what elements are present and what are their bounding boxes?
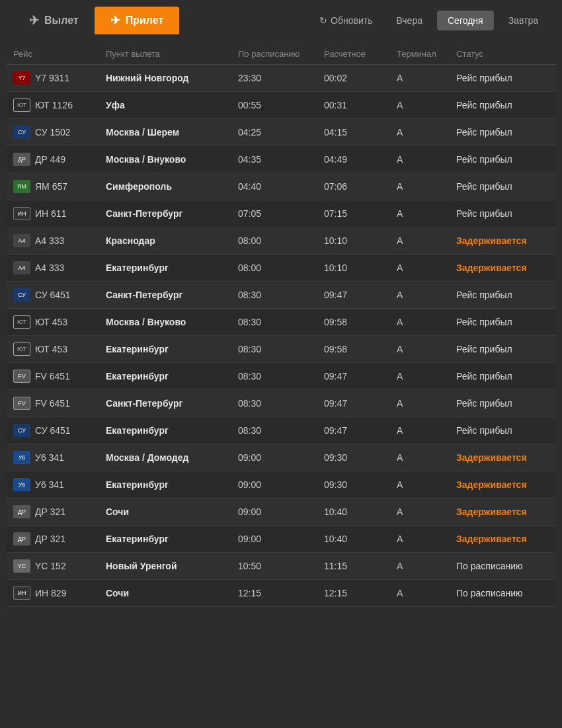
flight-code: ИН 829 [35,588,66,598]
table-row[interactable]: СУ СУ 6451 Санкт-Петербург 08:30 09:47 A… [7,282,555,309]
status-badge: Задерживается [456,479,549,490]
table-row[interactable]: FV FV 6451 Екатеринбург 08:30 09:47 A Ре… [7,363,555,390]
terminal: A [397,534,456,544]
status-badge: По расписанию [456,588,549,598]
flight-number: ДР ДР 321 [13,532,106,546]
table-header: Рейс Пункт вылета По расписанию Расчетно… [7,44,555,65]
estimated-time: 09:47 [324,371,397,382]
scheduled-time: 08:30 [238,317,324,327]
scheduled-time: 07:05 [238,208,324,219]
status-badge: Рейс прибыл [456,154,549,165]
terminal: A [397,154,456,165]
flight-origin: Сочи [106,506,238,517]
status-badge: Задерживается [456,452,549,463]
estimated-time: 07:15 [324,208,397,219]
table-row[interactable]: У6 У6 341 Екатеринбург 09:00 09:30 A Зад… [7,471,555,499]
flight-code: FV 6451 [35,371,70,382]
flight-origin: Уфа [106,100,238,110]
estimated-time: 09:30 [324,479,397,490]
flight-number: У6 У6 341 [13,451,106,464]
airline-icon: ИН [13,586,30,600]
terminal: A [397,317,456,327]
estimated-time: 09:58 [324,344,397,354]
scheduled-time: 12:15 [238,588,324,598]
col-scheduled: По расписанию [238,49,324,59]
scheduled-time: 08:00 [238,235,324,246]
scheduled-time: 04:25 [238,127,324,138]
status-badge: Задерживается [456,263,549,273]
status-badge: Рейс прибыл [456,371,549,382]
flight-origin: Сочи [106,588,238,598]
scheduled-time: 04:40 [238,181,324,192]
flight-code: Y7 9311 [35,73,69,83]
terminal: A [397,479,456,490]
table-row[interactable]: А4 А4 333 Краснодар 08:00 10:10 A Задерж… [7,227,555,255]
flight-number: СУ СУ 1502 [13,126,106,139]
table-row[interactable]: ДР ДР 321 Екатеринбург 09:00 10:40 A Зад… [7,526,555,553]
estimated-time: 09:58 [324,317,397,327]
nav-controls: ↻ Обновить Вчера Сегодня Завтра [310,11,549,30]
flight-origin: Екатеринбург [106,425,238,436]
terminal: A [397,398,456,409]
flight-origin: Екатеринбург [106,263,238,273]
airline-icon: FV [13,370,30,383]
terminal: A [397,208,456,219]
flight-number: FV FV 6451 [13,370,106,383]
table-row[interactable]: ЮТ ЮТ 1126 Уфа 00:55 00:31 A Рейс прибыл [7,92,555,119]
scheduled-time: 08:30 [238,398,324,409]
flight-number: У6 У6 341 [13,478,106,491]
scheduled-time: 09:00 [238,506,324,517]
flight-origin: Екатеринбург [106,344,238,354]
estimated-time: 09:47 [324,398,397,409]
tomorrow-button[interactable]: Завтра [498,11,549,30]
terminal: A [397,263,456,273]
terminal: A [397,290,456,300]
flight-origin: Москва / Шерем [106,127,238,138]
tomorrow-label: Завтра [508,15,538,26]
tab-arrival[interactable]: ✈ Прилет [95,7,180,34]
estimated-time: 12:15 [324,588,397,598]
airline-icon: ДР [13,532,30,546]
table-row[interactable]: ДР ДР 321 Сочи 09:00 10:40 A Задерживает… [7,499,555,526]
table-row[interactable]: ЮТ ЮТ 453 Екатеринбург 08:30 09:58 A Рей… [7,336,555,363]
flight-code: ДР 449 [35,154,65,165]
table-row[interactable]: У6 У6 341 Москва / Домодед 09:00 09:30 A… [7,444,555,471]
flight-origin: Москва / Домодед [106,452,238,463]
flight-code: ЮТ 453 [35,317,67,327]
status-badge: Рейс прибыл [456,73,549,83]
col-estimated: Расчетное [324,49,397,59]
flight-code: У6 341 [35,479,64,490]
tab-departure[interactable]: ✈ Вылет [13,7,95,34]
status-badge: По расписанию [456,561,549,571]
table-row[interactable]: ИН ИН 611 Санкт-Петербург 07:05 07:15 A … [7,200,555,227]
flight-origin: Новый Уренгой [106,561,238,571]
flight-number: YC YC 152 [13,559,106,573]
flight-number: А4 А4 333 [13,261,106,274]
today-button[interactable]: Сегодня [437,11,494,30]
table-row[interactable]: ДР ДР 449 Москва / Внуково 04:35 04:49 A… [7,146,555,173]
flight-number: СУ СУ 6451 [13,288,106,302]
estimated-time: 00:02 [324,73,397,83]
airline-icon: FV [13,397,30,410]
airline-icon: ДР [13,505,30,518]
table-row[interactable]: ИН ИН 829 Сочи 12:15 12:15 A По расписан… [7,580,555,607]
table-row[interactable]: YC YC 152 Новый Уренгой 10:50 11:15 A По… [7,553,555,580]
refresh-button[interactable]: ↻ Обновить [310,11,381,30]
yesterday-button[interactable]: Вчера [385,11,433,30]
airline-icon: ЮТ [13,315,30,329]
flight-number: ДР ДР 449 [13,153,106,166]
flight-origin: Санкт-Петербург [106,398,238,409]
table-row[interactable]: СУ СУ 6451 Екатеринбург 08:30 09:47 A Ре… [7,417,555,444]
airline-icon: YC [13,559,30,573]
table-row[interactable]: ЮТ ЮТ 453 Москва / Внуково 08:30 09:58 A… [7,309,555,336]
table-row[interactable]: А4 А4 333 Екатеринбург 08:00 10:10 A Зад… [7,255,555,282]
col-flight: Рейс [13,49,106,59]
table-row[interactable]: FV FV 6451 Санкт-Петербург 08:30 09:47 A… [7,390,555,417]
table-row[interactable]: СУ СУ 1502 Москва / Шерем 04:25 04:15 A … [7,119,555,146]
table-row[interactable]: ЯМ ЯМ 657 Симферополь 04:40 07:06 A Рейс… [7,173,555,200]
estimated-time: 09:47 [324,290,397,300]
table-row[interactable]: Y7 Y7 9311 Нижний Новгород 23:30 00:02 A… [7,65,555,92]
refresh-icon: ↻ [319,15,327,26]
scheduled-time: 04:35 [238,154,324,165]
status-badge: Рейс прибыл [456,290,549,300]
